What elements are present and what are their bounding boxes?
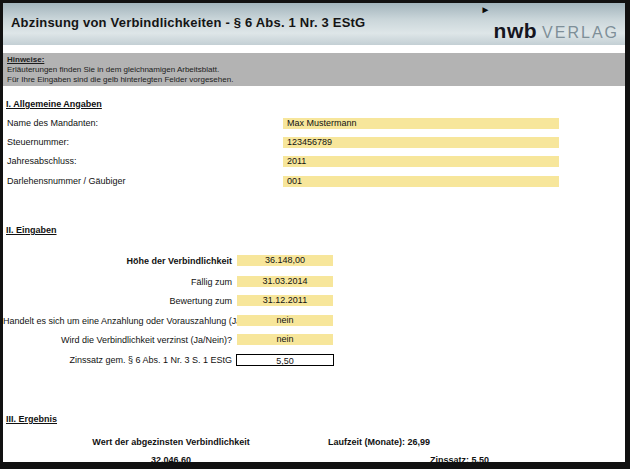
label-bewertung-zum: Bewertung zum <box>3 296 232 306</box>
label-faellig-zum: Fällig zum <box>3 277 232 287</box>
field-hoehe-verbindlichkeit[interactable]: 36.148,00 <box>237 255 333 266</box>
worksheet: Abzinsung von Verbindlichkeiten - § 6 Ab… <box>3 3 625 462</box>
section-heading-ergebnis: III. Ergebnis <box>6 414 57 424</box>
section-heading-eingaben: II. Eingaben <box>6 225 57 235</box>
title-bar: Abzinsung von Verbindlichkeiten - § 6 Ab… <box>3 3 625 45</box>
logo-brand-text: nwb <box>494 19 538 42</box>
section-heading-general: I. Allgemeine Angaben <box>6 99 102 109</box>
field-jahresabschluss[interactable]: 2011 <box>283 156 559 167</box>
result-laufzeit-label: Laufzeit (Monate): 26,99 <box>328 437 430 447</box>
field-zinssatz: 5,50 <box>236 354 334 366</box>
result-zinssatz-value: Zinssatz: 5,50 <box>430 455 489 462</box>
result-abgezinster-wert: 32.046,60 <box>61 455 281 462</box>
result-left-label: Wert der abgezinsten Verbindlichkeit <box>61 437 281 447</box>
hints-panel: Hinweise: Erläuterungen finden Sie in de… <box>3 53 625 86</box>
field-verzinst-frage[interactable]: nein <box>237 334 333 345</box>
logo-suffix-text: VERLAG <box>542 24 619 41</box>
field-darlehensnummer[interactable]: 001 <box>283 176 559 187</box>
hint-line-2: Für Ihre Eingaben sind die gelb hinterle… <box>7 75 625 85</box>
hints-heading: Hinweise: <box>7 55 625 65</box>
label-verzinst-frage: Wird die Verbindlichkeit verzinst (Ja/Ne… <box>3 335 232 345</box>
page-title: Abzinsung von Verbindlichkeiten - § 6 Ab… <box>11 15 365 30</box>
field-bewertung-zum[interactable]: 31.12.2011 <box>237 295 333 306</box>
play-arrow-icon: ► <box>481 4 491 15</box>
label-steuernummer: Steuernummer: <box>7 137 69 147</box>
field-anzahlung-frage[interactable]: nein <box>237 315 333 326</box>
field-name-des-mandanten[interactable]: Max Mustermann <box>283 118 559 129</box>
field-steuernummer[interactable]: 123456789 <box>283 137 559 148</box>
label-darlehensnummer: Darlehensnummer / Gäubiger <box>7 176 126 186</box>
label-zinssatz: Zinssatz gem. § 6 Abs. 1 Nr. 3 S. 1 EStG <box>3 355 232 365</box>
label-jahresabschluss: Jahresabschluss: <box>7 156 77 166</box>
nwb-verlag-logo: ►nwbVERLAG <box>494 19 619 43</box>
label-anzahlung-frage: Handelt es sich um eine Anzahlung oder V… <box>3 316 232 326</box>
hint-line-1: Erläuterungen finden Sie in dem gleichna… <box>7 65 625 75</box>
label-name-des-mandanten: Name des Mandanten: <box>7 118 98 128</box>
label-hoehe-verbindlichkeit: Höhe der Verbindlichkeit <box>3 256 232 266</box>
field-faellig-zum[interactable]: 31.03.2014 <box>237 276 333 287</box>
